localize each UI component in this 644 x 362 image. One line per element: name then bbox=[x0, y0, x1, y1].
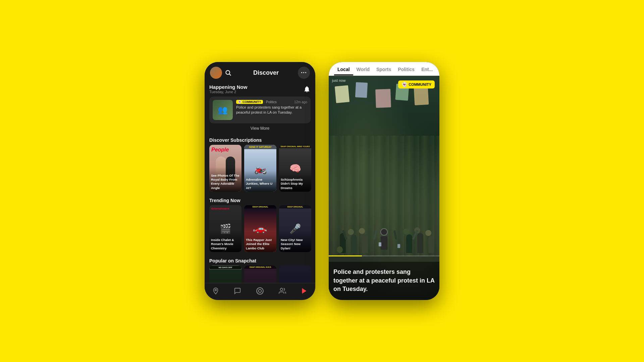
trending-title: Trending Now bbox=[205, 195, 315, 205]
subscriptions-title: Discover Subscriptions bbox=[205, 135, 315, 145]
tab-entertainment[interactable]: Ent... bbox=[418, 62, 436, 75]
view-more-button[interactable]: View More bbox=[209, 123, 311, 133]
svg-point-0 bbox=[226, 70, 230, 74]
news-thumbnail: 👥 bbox=[213, 100, 233, 120]
tab-world[interactable]: World bbox=[353, 62, 373, 75]
bottom-navigation bbox=[205, 283, 315, 300]
svg-line-1 bbox=[229, 74, 231, 76]
adrenaline-card[interactable]: SEND IT SATURDAY 🏍️ Adrenaline Junkies, … bbox=[244, 145, 276, 192]
phone-scroll-content: Happening Now Tuesday, June 2 👥 bbox=[205, 81, 315, 283]
driven-card[interactable]: SNAP ORIGINAL DRIVEN 🚗 This Rapper Just … bbox=[244, 205, 276, 252]
popular-title: Popular on Snapchat bbox=[205, 255, 315, 265]
happening-now-section: Happening Now Tuesday, June 2 👥 bbox=[205, 81, 315, 135]
nav-camera[interactable] bbox=[256, 287, 264, 295]
news-main-content: just now 👻 COMMUNITY Police and proteste… bbox=[329, 76, 439, 300]
nav-chat[interactable] bbox=[234, 287, 241, 295]
kicks-card[interactable]: SNAP ORIGINAL K/K/S bbox=[244, 265, 276, 283]
progress-fill bbox=[329, 255, 362, 256]
nodays-card[interactable]: NO DAYS OFF bbox=[209, 265, 241, 283]
adrenaline-card-label: Adrenaline Junkies, Where U At? bbox=[244, 171, 276, 192]
people-logo: People bbox=[211, 147, 229, 153]
entertainment-logo: Entertainment bbox=[211, 207, 229, 210]
discover-header: Discover ··· bbox=[205, 62, 315, 81]
news-caption: Police and protesters sang together at a… bbox=[329, 262, 439, 300]
svg-marker-6 bbox=[302, 288, 307, 294]
endless-card[interactable]: 🎤 SNAP ORIGINAL New City! New Season! Ne… bbox=[279, 205, 311, 252]
nav-friends[interactable] bbox=[279, 287, 286, 295]
svg-point-4 bbox=[259, 290, 262, 293]
people-card-label: See Photos Of The Royal Baby From Every … bbox=[209, 167, 241, 192]
entertainment-card-label: Inside Chalet & Ronan's Movie Chemistry bbox=[209, 231, 241, 252]
endless-card-label: New City! New Season! New Dylan! bbox=[279, 231, 311, 252]
notifications-bell[interactable] bbox=[303, 85, 311, 95]
subscriptions-cards: People See Photos Of The Royal Baby From… bbox=[205, 145, 315, 195]
search-button[interactable] bbox=[222, 67, 234, 79]
schizo-card[interactable]: SNAP ORIGINAL MIND YOURS 🧠 Schizophrenia… bbox=[279, 145, 311, 192]
svg-point-3 bbox=[257, 288, 263, 294]
tab-local[interactable]: Local bbox=[334, 62, 353, 75]
page-title: Discover bbox=[234, 69, 298, 76]
nav-map[interactable] bbox=[212, 287, 219, 295]
user-avatar[interactable] bbox=[210, 67, 222, 79]
community-badge-right: 👻 COMMUNITY bbox=[398, 80, 435, 88]
video-progress-bar[interactable] bbox=[329, 255, 439, 256]
entertainment-card[interactable]: 🎬 Entertainment Inside Chalet & Ronan's … bbox=[209, 205, 241, 252]
news-tabs: Local World Sports Politics Ent... bbox=[329, 62, 439, 76]
nav-stories[interactable] bbox=[301, 287, 308, 295]
news-video-background: just now 👻 COMMUNITY Police and proteste… bbox=[329, 76, 439, 300]
svg-point-2 bbox=[215, 289, 216, 291]
people-card[interactable]: People See Photos Of The Royal Baby From… bbox=[209, 145, 241, 192]
trending-cards: 🎬 Entertainment Inside Chalet & Ronan's … bbox=[205, 205, 315, 255]
bigdog-card[interactable]: BIGDOG bbox=[279, 265, 311, 283]
popular-cards: NO DAYS OFF SNAP ORIGINAL K/K/S BIGDOG bbox=[205, 265, 315, 283]
left-phone: Discover ··· Happening Now Tuesday, June… bbox=[205, 62, 315, 300]
driven-card-label: This Rapper Just Joined the Elite Lambo … bbox=[244, 231, 276, 252]
news-card[interactable]: 👥 👻 COMMUNITY · Politics 12m ago Po bbox=[209, 97, 311, 123]
svg-point-5 bbox=[280, 288, 283, 291]
schizo-card-label: Schizophrenia Didn't Stop My Dreams bbox=[279, 171, 311, 192]
right-phone: Local World Sports Politics Ent... bbox=[329, 62, 439, 300]
news-card-content: 👻 COMMUNITY · Politics 12m ago Police an… bbox=[236, 100, 307, 115]
more-options-button[interactable]: ··· bbox=[298, 67, 310, 79]
community-badge: 👻 COMMUNITY bbox=[236, 100, 263, 104]
happening-now-title: Happening Now Tuesday, June 2 bbox=[209, 84, 247, 96]
tab-politics[interactable]: Politics bbox=[394, 62, 418, 75]
tab-sports[interactable]: Sports bbox=[373, 62, 394, 75]
